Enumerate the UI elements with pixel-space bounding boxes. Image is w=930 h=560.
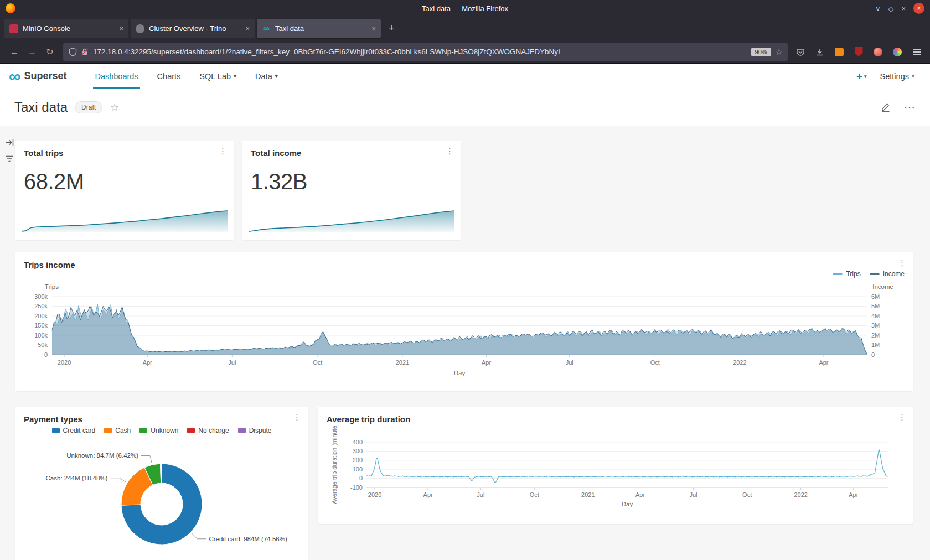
tab-title: Cluster Overview - Trino <box>149 24 242 33</box>
extension-pinwheel-icon[interactable] <box>890 44 905 60</box>
svg-text:-100: -100 <box>350 484 363 491</box>
window-title: Taxi data — Mozilla Firefox <box>0 4 930 13</box>
chevron-down-icon: ▾ <box>234 73 236 79</box>
svg-text:300: 300 <box>353 448 363 454</box>
svg-text:Unknown: 84.7M (6.42%): Unknown: 84.7M (6.42%) <box>66 452 138 459</box>
svg-text:400: 400 <box>353 439 363 445</box>
nav-item-dashboards[interactable]: Dashboards <box>85 64 147 89</box>
svg-text:200: 200 <box>353 457 363 463</box>
superset-navbar: ∞ Superset DashboardsChartsSQL Lab▾Data▾… <box>0 64 930 89</box>
svg-text:2020: 2020 <box>368 491 381 498</box>
settings-menu[interactable]: Settings ▾ <box>880 72 914 81</box>
svg-text:0: 0 <box>359 475 363 481</box>
svg-text:Credit card: 984M (74.56%): Credit card: 984M (74.56%) <box>209 536 287 542</box>
svg-text:Apr: Apr <box>636 491 645 498</box>
svg-text:Jul: Jul <box>690 491 698 498</box>
bookmark-star-icon[interactable]: ☆ <box>776 47 783 57</box>
url-field[interactable]: 172.18.0.4:32295/superset/dashboard/1/?n… <box>63 43 788 61</box>
maximize-icon[interactable]: ◇ <box>888 5 893 12</box>
minimize-icon[interactable]: ∨ <box>875 5 881 12</box>
svg-text:Oct: Oct <box>650 359 660 366</box>
payment-types-donut-chart: Credit card: 984M (74.56%)Cash: 244M (18… <box>15 407 308 560</box>
account-avatar-icon[interactable] <box>870 44 886 60</box>
dashboard-content: Total trips ⋮ 68.2M Total income ⋮ 1.32B… <box>0 126 930 560</box>
nav-item-data[interactable]: Data▾ <box>246 64 287 89</box>
svg-text:Apr: Apr <box>482 359 491 366</box>
filter-rail <box>3 138 16 163</box>
close-icon[interactable]: × <box>901 5 906 12</box>
svg-text:Jul: Jul <box>566 359 574 366</box>
svg-text:100k: 100k <box>34 332 48 339</box>
settings-label: Settings <box>880 72 909 81</box>
brand-name: Superset <box>24 70 66 82</box>
tab-strip: MinIO Console×Cluster Overview - Trino×∞… <box>0 17 930 40</box>
chevron-down-icon: ▾ <box>864 74 867 79</box>
new-tab-button[interactable]: + <box>383 20 400 37</box>
downloads-icon[interactable] <box>812 44 828 60</box>
total-trips-sparkline <box>22 208 228 234</box>
forward-button[interactable]: → <box>23 43 41 61</box>
navbar-right: + ▾ Settings ▾ <box>856 70 921 82</box>
svg-text:Trips: Trips <box>45 283 59 290</box>
svg-text:Income: Income <box>872 283 893 290</box>
zoom-badge[interactable]: 90% <box>751 48 771 56</box>
avg-duration-chart: 4003002001000-1002020AprJulOct2021AprJul… <box>318 407 913 524</box>
svg-text:2M: 2M <box>871 332 880 339</box>
firefox-window: Taxi data — Mozilla Firefox ∨ ◇ × × MinI… <box>0 0 930 560</box>
privacy-badger-icon[interactable] <box>831 44 847 60</box>
page-content: ∞ Superset DashboardsChartsSQL Lab▾Data▾… <box>0 64 930 560</box>
url-toolbar: ← → ↻ 172.18.0.4:32295/superset/dashboar… <box>0 40 930 64</box>
superset-logo[interactable]: ∞ Superset <box>9 69 66 84</box>
back-button[interactable]: ← <box>6 43 23 61</box>
browser-tab-minio[interactable]: MinIO Console× <box>4 19 128 38</box>
chart-menu-icon[interactable]: ⋮ <box>446 147 454 155</box>
svg-text:300k: 300k <box>34 293 48 300</box>
chart-title: Total income <box>251 148 301 158</box>
svg-text:2021: 2021 <box>396 359 409 366</box>
expand-filter-bar-icon[interactable] <box>5 138 14 147</box>
chevron-down-icon: ▾ <box>275 73 278 79</box>
trips-income-chart: 300k6M250k5M200k4M150k3M100k2M50k1M00Tri… <box>15 252 913 391</box>
browser-tab-trino[interactable]: Cluster Overview - Trino× <box>131 19 255 38</box>
dashboard-header: Taxi data Draft ☆ ⋯ <box>0 89 930 126</box>
chart-title: Total trips <box>24 148 63 158</box>
url-text[interactable]: 172.18.0.4:32295/superset/dashboard/1/?n… <box>93 48 747 56</box>
filter-funnel-icon[interactable] <box>5 155 14 163</box>
favorite-star-icon[interactable]: ☆ <box>110 101 119 113</box>
menu-icon[interactable] <box>909 44 924 60</box>
payment-types-card: Payment types ⋮ Credit cardCashUnknownNo… <box>15 407 308 560</box>
total-income-sparkline <box>249 208 454 234</box>
browser-tab-superset[interactable]: ∞Taxi data× <box>257 19 381 38</box>
big-number-value: 1.32B <box>251 169 307 194</box>
tracking-shield-icon[interactable] <box>69 48 77 56</box>
avg-duration-card: Average trip duration ⋮ 4003002001000-10… <box>318 407 913 524</box>
chart-menu-icon[interactable]: ⋮ <box>219 147 227 155</box>
tab-close-icon[interactable]: × <box>371 24 376 33</box>
chevron-down-icon: ▾ <box>912 73 914 79</box>
svg-text:100: 100 <box>353 466 363 473</box>
tab-close-icon[interactable]: × <box>245 24 250 33</box>
svg-text:Oct: Oct <box>313 359 322 366</box>
add-new-button[interactable]: + ▾ <box>856 70 867 82</box>
svg-text:Jul: Jul <box>477 491 484 498</box>
insecure-lock-icon[interactable] <box>81 48 89 56</box>
pocket-icon[interactable] <box>793 44 808 60</box>
svg-text:Average trip duration (minute: Average trip duration (minute <box>331 426 338 504</box>
trips-income-card: Trips income ⋮ TripsIncome 300k6M250k5M2… <box>15 252 913 391</box>
total-income-card: Total income ⋮ 1.32B <box>242 141 461 240</box>
draft-badge: Draft <box>75 101 102 113</box>
svg-text:6M: 6M <box>871 293 880 300</box>
more-options-icon[interactable]: ⋯ <box>904 101 916 114</box>
nav-item-sql-lab[interactable]: SQL Lab▾ <box>190 64 246 89</box>
edit-pencil-icon[interactable] <box>881 102 891 112</box>
tab-close-icon[interactable]: × <box>119 24 123 33</box>
svg-text:Apr: Apr <box>423 491 433 498</box>
nav-item-charts[interactable]: Charts <box>148 64 190 89</box>
ublock-icon[interactable] <box>851 44 866 60</box>
svg-text:Apr: Apr <box>849 491 858 498</box>
firefox-logo-icon <box>6 3 16 13</box>
svg-text:1M: 1M <box>871 341 880 348</box>
reload-button[interactable]: ↻ <box>41 43 59 61</box>
window-close-button[interactable]: × <box>913 3 924 14</box>
svg-text:50k: 50k <box>38 341 48 348</box>
